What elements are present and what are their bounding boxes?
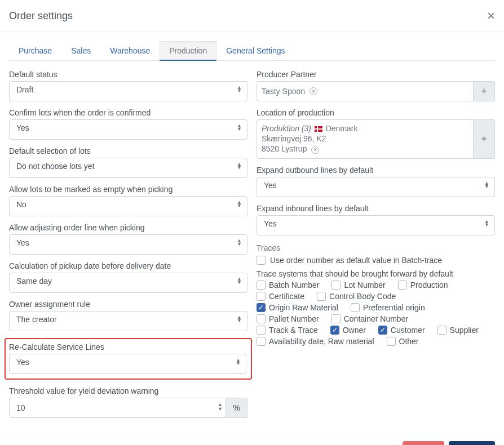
- production-checkbox[interactable]: [398, 281, 407, 290]
- location-city: 8520 Lystrup: [262, 144, 307, 153]
- owner-rule-label: Owner assignment rule: [9, 300, 247, 309]
- producer-partner-add-button[interactable]: +: [474, 81, 495, 101]
- calc-pickup-select[interactable]: Same day: [9, 273, 247, 293]
- default-status-label: Default status: [9, 70, 247, 79]
- modal-header: Order settings ×: [0, 0, 504, 32]
- location-input[interactable]: Produktion (3) Denmark Skæringvej 96, K2…: [257, 119, 474, 159]
- owner-rule-select[interactable]: The creator: [9, 311, 247, 331]
- control-body-label: Control Body Code: [329, 292, 396, 301]
- control-body-checkbox[interactable]: [317, 292, 326, 301]
- confirm-lots-label: Confirm lots when the order is confirmed: [9, 108, 247, 117]
- calc-pickup-label: Calculation of pickup date before delive…: [9, 261, 247, 270]
- use-order-number-checkbox[interactable]: [257, 256, 266, 265]
- tab-warehouse[interactable]: Warehouse: [100, 41, 160, 61]
- threshold-input[interactable]: [9, 398, 226, 418]
- allow-adjust-label: Allow adjusting order line when picking: [9, 223, 247, 232]
- modal-title: Order settings: [9, 10, 73, 22]
- location-remove-icon[interactable]: ×: [311, 146, 319, 154]
- threshold-unit: %: [226, 398, 247, 418]
- recalc-service-label: Re-Calculate Service Lines: [9, 342, 246, 351]
- production-label: Production: [410, 281, 448, 290]
- availability-label: Availability date, Raw material: [269, 337, 374, 346]
- denmark-flag-icon: [315, 126, 322, 132]
- tabs: Purchase Sales Warehouse Production Gene…: [9, 41, 495, 61]
- tab-general-settings[interactable]: General Settings: [216, 41, 294, 61]
- customer-label: Customer: [391, 326, 425, 335]
- location-label: Location of production: [257, 108, 495, 117]
- modal-body: Purchase Sales Warehouse Production Gene…: [0, 32, 504, 434]
- location-country: Denmark: [326, 124, 358, 133]
- container-number-label: Container Number: [344, 314, 408, 323]
- track-trace-label: Track & Trace: [269, 326, 318, 335]
- batch-number-label: Batch Number: [269, 281, 319, 290]
- left-column: Default status Draft ▲▼ Confirm lots whe…: [9, 70, 247, 425]
- pref-origin-label: Preferential origin: [363, 303, 425, 312]
- origin-raw-label: Origin Raw Material: [269, 303, 338, 312]
- default-sel-lots-label: Default selection of lots: [9, 146, 247, 155]
- default-sel-lots-select[interactable]: Do not choose lots yet: [9, 158, 247, 178]
- default-status-select[interactable]: Draft: [9, 81, 247, 101]
- trace-forward-label: Trace systems that should be brought for…: [257, 269, 495, 278]
- supplier-label: Supplier: [450, 326, 479, 335]
- recalc-service-group: Re-Calculate Service Lines Yes ▲▼: [5, 338, 252, 380]
- allow-adjust-select[interactable]: Yes: [9, 234, 247, 255]
- location-add-button[interactable]: +: [474, 119, 495, 159]
- tab-sales[interactable]: Sales: [61, 41, 100, 61]
- supplier-checkbox[interactable]: [437, 326, 446, 335]
- lot-number-label: Lot Number: [344, 281, 385, 290]
- batch-number-checkbox[interactable]: [257, 281, 266, 290]
- allow-empty-select[interactable]: No: [9, 196, 247, 216]
- lot-number-checkbox[interactable]: [331, 281, 341, 290]
- confirm-lots-select[interactable]: Yes: [9, 119, 247, 140]
- cancel-button[interactable]: Cancel: [403, 441, 444, 445]
- producer-partner-input[interactable]: Tasty Spoon ×: [257, 81, 474, 101]
- traces-title: Traces: [257, 243, 495, 252]
- producer-partner-label: Producer Partner: [257, 70, 495, 79]
- recalc-service-select[interactable]: Yes: [9, 354, 246, 374]
- location-addr: Skæringvej 96, K2: [262, 134, 468, 144]
- producer-partner-remove-icon[interactable]: ×: [310, 87, 317, 95]
- location-title: Produktion (3): [262, 124, 311, 133]
- owner-checkbox[interactable]: [330, 326, 339, 335]
- expand-inbound-select[interactable]: Yes: [257, 215, 495, 235]
- save-button[interactable]: Save: [449, 441, 495, 445]
- use-order-number-label: Use order number as default value in Bat…: [270, 256, 442, 265]
- modal-footer: Cancel Save: [0, 434, 504, 445]
- tab-production[interactable]: Production: [160, 41, 216, 61]
- producer-partner-value: Tasty Spoon: [262, 87, 305, 96]
- track-trace-checkbox[interactable]: [257, 326, 266, 335]
- certificate-label: Certificate: [269, 292, 304, 301]
- certificate-checkbox[interactable]: [257, 292, 266, 301]
- availability-checkbox[interactable]: [257, 337, 266, 346]
- customer-checkbox[interactable]: [378, 326, 387, 335]
- tab-purchase[interactable]: Purchase: [9, 41, 61, 61]
- pallet-number-label: Pallet Number: [269, 314, 319, 323]
- other-label: Other: [399, 337, 419, 346]
- container-number-checkbox[interactable]: [331, 314, 341, 323]
- expand-outbound-select[interactable]: Yes: [257, 177, 495, 197]
- right-column: Producer Partner Tasty Spoon × + Locatio…: [257, 70, 495, 425]
- pallet-number-checkbox[interactable]: [257, 314, 266, 323]
- threshold-label: Threshold value for yield deviation warn…: [9, 386, 247, 395]
- other-checkbox[interactable]: [387, 337, 396, 346]
- close-button[interactable]: ×: [487, 9, 495, 23]
- origin-raw-checkbox[interactable]: [257, 303, 266, 312]
- expand-outbound-label: Expand outbound lines by default: [257, 166, 495, 175]
- expand-inbound-label: Expand inbound lines by default: [257, 204, 495, 213]
- owner-label: Owner: [343, 326, 366, 335]
- pref-origin-checkbox[interactable]: [351, 303, 360, 312]
- allow-empty-label: Allow lots to be marked as empty when pi…: [9, 185, 247, 194]
